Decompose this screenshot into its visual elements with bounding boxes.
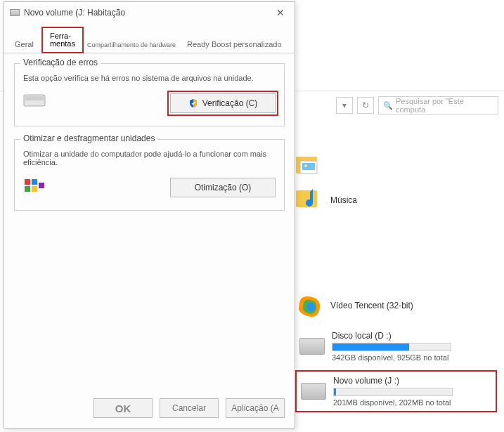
library-item-music[interactable]: Música (295, 186, 497, 214)
program-item-label: Vídeo Tencent (32-bit) (330, 301, 497, 310)
library-item-label: Música (330, 195, 497, 205)
search-icon: 🔍 (383, 101, 393, 110)
cancel-button[interactable]: Cancelar (160, 398, 219, 418)
group-legend: Otimizar e desfragmentar unidades (20, 133, 157, 143)
storage-bar (332, 343, 451, 351)
dialog-tabstrip: Geral Ferra- mentas Compartilhamento de … (4, 23, 295, 53)
drive-label: Disco local (D :) (332, 331, 493, 341)
svg-rect-7 (25, 179, 30, 185)
svg-rect-8 (32, 179, 37, 185)
library-item-pictures[interactable] (295, 151, 497, 179)
button-label: Otimização (O) (195, 183, 252, 192)
check-drive-button[interactable]: Verificação (C) (170, 93, 276, 113)
svg-rect-11 (39, 183, 44, 188)
svg-rect-10 (32, 186, 37, 192)
drive-properties-dialog: Novo volume (J: Habitação ✕ Geral Ferra-… (4, 1, 295, 428)
drive-label: Novo volume (J :) (333, 376, 491, 386)
drive-item-d[interactable]: Disco local (D :) 342GB disponível, 925G… (295, 327, 497, 366)
svg-rect-9 (25, 186, 30, 192)
search-input[interactable]: 🔍 Pesquisar por "Este computa (378, 96, 498, 114)
explorer-toolbar: ▾ ↻ 🔍 Pesquisar por "Este computa (330, 95, 504, 116)
drive-sub: 342GB disponível, 925GB no total (332, 353, 493, 362)
storage-bar (333, 388, 453, 396)
address-dropdown-button[interactable]: ▾ (336, 97, 353, 114)
tab-general[interactable]: Geral (7, 35, 41, 53)
tab-readyboost[interactable]: Ready Boost personalizado (179, 35, 290, 53)
drive-sub: 201MB disponível, 202MB no total (333, 398, 491, 407)
close-button[interactable]: ✕ (272, 4, 289, 21)
tab-tools[interactable]: Ferra- mentas (41, 27, 84, 53)
svg-rect-2 (302, 163, 315, 170)
search-placeholder: Pesquisar por "Este computa (396, 97, 493, 114)
drive-icon (10, 9, 20, 16)
svg-point-3 (304, 164, 307, 167)
music-icon (295, 186, 323, 214)
dialog-body: Verificação de erros Esta opção verifica… (4, 53, 295, 391)
refresh-button[interactable]: ↻ (357, 97, 374, 114)
group-description: Otimizar a unidade do computador pode aj… (23, 150, 276, 166)
program-item-tencent[interactable]: Vídeo Tencent (32-bit) (295, 292, 497, 320)
ok-button[interactable]: OK (93, 398, 153, 418)
pictures-icon (295, 151, 323, 179)
group-legend: Verificação de erros (20, 58, 101, 67)
refresh-icon: ↻ (362, 100, 369, 110)
drive-check-icon (23, 92, 46, 114)
group-description: Esta opção verifica se há erros no siste… (23, 74, 276, 82)
drive-icon (299, 338, 325, 355)
explorer-content: Música Vídeo Tencent (32-bit) Disco loca… (295, 119, 497, 425)
tab-hardware-sharing[interactable]: Compartilhamento de hardware (84, 37, 179, 53)
button-label: Verificação (C) (202, 98, 258, 108)
group-optimize: Otimizar e desfragmentar unidades Otimiz… (14, 139, 285, 211)
chevron-down-icon: ▾ (342, 100, 347, 110)
close-icon: ✕ (276, 7, 285, 18)
svg-rect-6 (25, 96, 44, 100)
dialog-title: Novo volume (J: Habitação (24, 8, 125, 18)
tencent-icon (295, 292, 323, 320)
dialog-titlebar: Novo volume (J: Habitação ✕ (4, 2, 295, 23)
group-error-check: Verificação de erros Esta opção verifica… (14, 63, 285, 126)
drive-icon (301, 383, 326, 400)
defrag-icon (23, 176, 46, 199)
shield-check-icon (188, 98, 198, 108)
apply-button[interactable]: Aplicação (A (226, 398, 285, 418)
drive-item-j[interactable]: Novo volume (J :) 201MB disponível, 202M… (295, 370, 497, 412)
dialog-footer: OK Cancelar Aplicação (A (4, 391, 295, 428)
optimize-drive-button[interactable]: Otimização (O) (170, 178, 276, 197)
